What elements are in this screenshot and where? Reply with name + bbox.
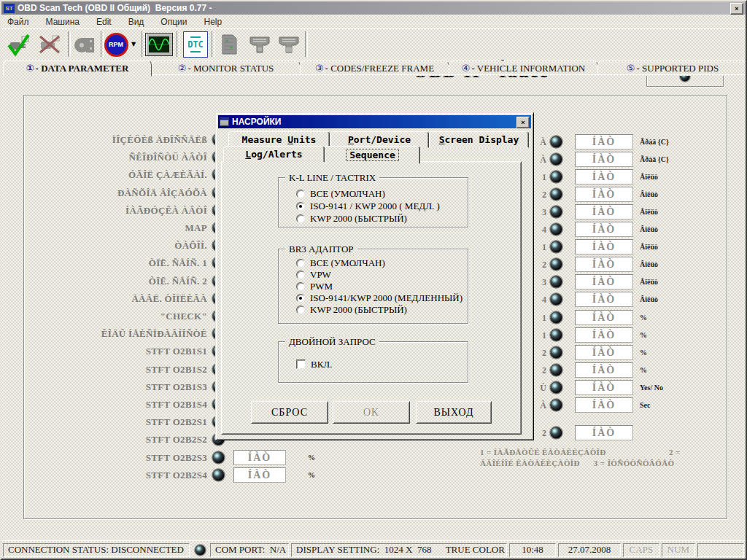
parameter-led: [550, 311, 562, 324]
radio-br3-kwp2000-fast[interactable]: KWP 2000 (БЫСТРЫЙ): [296, 304, 468, 316]
rpm-dropdown-arrow[interactable]: ▼: [131, 41, 136, 47]
radio-br3-vpw[interactable]: VPW: [296, 269, 468, 281]
parameter-led: [550, 346, 562, 359]
menu-options[interactable]: Опции: [160, 17, 187, 27]
parameter-unit: Âîëüò: [640, 204, 658, 220]
record-log-button[interactable]: [71, 31, 100, 58]
footnote: 1 = ÍÀÃÐÅÒÛÉ ÊÀÒÀËÈÇÀÒÎÐ 2 = ÄÂÎÉÍÎÉ ÊÀÒ…: [480, 448, 728, 456]
parameter-value-box: ÍÀÒ: [233, 450, 286, 465]
checkbox-enable[interactable]: ВКЛ.: [296, 358, 468, 370]
parameter-label: STFT O2B2S3: [31, 450, 207, 466]
obd-plug-a-icon: [247, 31, 273, 58]
kl-line-group: K-L LINE / TACTRIX ВСЕ (УМОЛЧАН) ISO-914…: [278, 177, 468, 228]
parameter-label-tail: 1: [535, 169, 546, 185]
footnote-line1-right: 2 =: [669, 448, 681, 456]
parameter-unit: Âîëüò: [640, 169, 658, 185]
tab-vehicle-information[interactable]: ④- VEHICLE INFORMATION: [449, 61, 598, 76]
radio-kl-iso9141-kwp2000-slow[interactable]: ISO-9141 / KWP 2000 ( МЕДЛ. ): [296, 200, 468, 212]
window-close-button[interactable]: ×: [730, 3, 743, 15]
parameter-label-tail: Ù: [535, 380, 546, 396]
menu-edit[interactable]: Edit: [96, 17, 112, 27]
parameter-led: [550, 206, 562, 218]
disconnect-icon: [36, 31, 63, 58]
br3-adapter-group: BR3 АДАПТОР ВСЕ (УМОЛЧАН) VPW PWM ISO-91…: [278, 249, 468, 324]
radio-kl-all[interactable]: ВСЕ (УМОЛЧАН): [296, 187, 468, 200]
parameter-value-box: ÍÀÒ: [575, 187, 633, 202]
dtc-button[interactable]: DTC: [181, 31, 210, 58]
dialog-tab-sequence[interactable]: Sequence: [325, 146, 420, 164]
film-icon: [72, 31, 98, 58]
connect-button[interactable]: [4, 31, 34, 58]
parameter-unit: Âîëüò: [640, 292, 658, 308]
connection-status: CONNECTION STATUS: DISCONNECTED: [3, 543, 190, 557]
toolbar-separator: [177, 31, 179, 57]
parameter-led: [550, 293, 562, 306]
dialog-close-button[interactable]: ×: [516, 117, 530, 128]
dialog-tab-screen-display[interactable]: Screen Display: [429, 131, 529, 148]
tab-codes-freeze-frame[interactable]: ③- CODES/FREEZE FRAME: [300, 61, 449, 76]
radio-br3-all[interactable]: ВСЕ (УМОЛЧАН): [296, 257, 468, 269]
ok-button[interactable]: OK: [333, 401, 410, 424]
dialog-title-bar[interactable]: НАСРОЙКИ ×: [218, 115, 531, 128]
parameter-value-box: ÍÀÒ: [575, 397, 633, 413]
connection-led-wrap: [192, 545, 208, 556]
parameter-label-tail: À: [535, 152, 546, 168]
obd-plug-b-button[interactable]: [274, 31, 303, 58]
radio-icon: [296, 259, 305, 268]
parameter-unit: Âîëüò: [640, 239, 658, 255]
connect-icon: [6, 31, 32, 58]
parameter-led: [550, 136, 562, 148]
parameter-led: [550, 153, 562, 166]
parameter-value-box: ÍÀÒ: [575, 292, 633, 307]
parameter-led: [550, 223, 562, 236]
radio-icon: [296, 214, 305, 223]
menu-machine[interactable]: Машина: [46, 17, 80, 27]
toolbar-separator: [305, 31, 308, 57]
status-spacer: [697, 543, 744, 557]
radio-br3-pwm[interactable]: PWM: [296, 281, 468, 292]
group-title: K-L LINE / TACTRIX: [285, 172, 379, 184]
menu-file[interactable]: Файл: [7, 17, 29, 27]
app-window: OBD Scan Tech (OBD II Общий) Версия 0.77…: [0, 0, 747, 560]
menu-help[interactable]: Help: [204, 17, 222, 27]
parameter-led: [550, 381, 562, 394]
parameter-led: [212, 469, 225, 481]
parameter-value-box: ÍÀÒ: [575, 204, 633, 219]
tab-monitor-status[interactable]: ②- MONITOR STATUS: [151, 61, 301, 76]
obd-plug-a-button[interactable]: [245, 31, 274, 58]
menu-view[interactable]: Вид: [128, 17, 144, 27]
parameter-led: [550, 258, 562, 271]
exit-button[interactable]: ВЫХОД: [416, 401, 492, 424]
memory-card-button[interactable]: [214, 31, 244, 58]
double-request-group: ДВОЙНОЙ ЗАПРОС ВКЛ.: [278, 341, 468, 383]
parameter-unit: %: [308, 467, 315, 483]
parameter-label-tail: 2: [535, 425, 546, 441]
rpm-button[interactable]: RPM: [104, 31, 128, 58]
parameter-unit: Yes/ No: [640, 380, 663, 396]
obd-plug-b-icon: [276, 31, 302, 58]
parameter-led: [550, 329, 562, 341]
clock: 10:48: [509, 543, 556, 557]
oscilloscope-button[interactable]: [144, 31, 174, 58]
toolbar: RPM ▼ DTC: [1, 28, 746, 61]
disconnect-button[interactable]: [35, 31, 64, 58]
tab-data-parameter[interactable]: ①- DATA PARAMETER: [3, 60, 152, 77]
reset-button[interactable]: СБРОС: [251, 401, 328, 424]
com-port-status: COM PORT: N/A: [210, 543, 289, 557]
parameter-label-tail: 2: [535, 187, 546, 203]
parameter-label-tail: 3: [535, 274, 546, 290]
parameter-unit: Âîëüò: [640, 187, 658, 203]
parameter-unit: %: [640, 327, 647, 343]
parameter-led: [550, 427, 562, 439]
display-setting-status: DISPLAY SETTING: 1024 X 768 TRUE COLOR: [291, 543, 507, 557]
parameter-unit: Ãðàä {C}: [640, 134, 669, 150]
parameter-label-tail: 1: [535, 310, 546, 326]
date: 27.07.2008: [558, 543, 621, 557]
parameter-led: [550, 364, 562, 376]
radio-br3-iso9141-kwp2000-slow[interactable]: ISO-9141/KWP 2000 (МЕДЛЕННЫЙ): [296, 292, 468, 304]
dtc-icon: DTC: [183, 31, 208, 58]
parameter-label-tail: À: [535, 397, 546, 413]
tab-supported-pids[interactable]: ⑤- SUPPORTED PIDS: [597, 61, 747, 76]
dialog-tab-log-alerts[interactable]: Log/Alerts: [223, 146, 325, 163]
radio-kl-kwp2000-fast[interactable]: KWP 2000 (БЫСТРЫЙ): [296, 212, 468, 225]
